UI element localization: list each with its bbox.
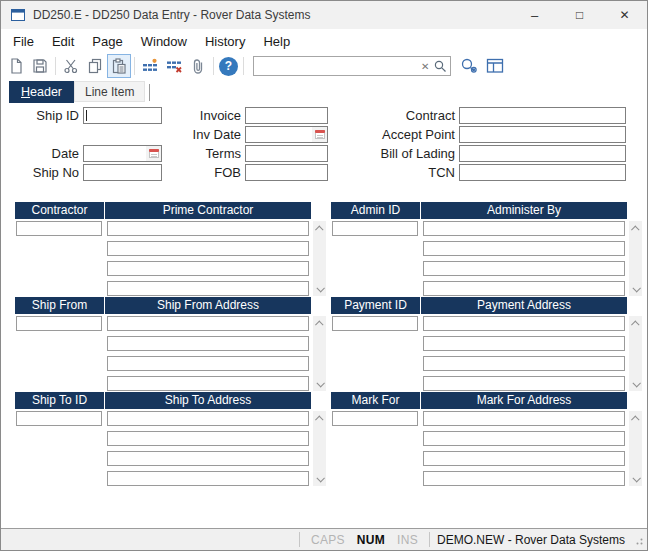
menu-page[interactable]: Page (83, 31, 131, 52)
grid-scrollbar[interactable] (629, 221, 642, 296)
resize-grip[interactable] (633, 535, 643, 545)
contractor-address-cell[interactable] (107, 221, 309, 236)
scroll-up-icon[interactable] (313, 222, 326, 235)
contractor-address-cell[interactable] (107, 261, 309, 276)
help-icon[interactable]: ? (219, 57, 238, 76)
ship-to-id-cell[interactable] (16, 411, 102, 426)
copy-icon[interactable] (83, 54, 107, 78)
admin-address-cell[interactable] (423, 281, 625, 296)
cut-icon[interactable] (59, 54, 83, 78)
paste-icon[interactable] (107, 54, 131, 78)
grid-header-prime-contractor: Prime Contractor (105, 202, 311, 219)
window-title: DD250.E - DD250 Data Entry - Rover Data … (33, 8, 512, 22)
clear-search-icon[interactable]: ✕ (417, 61, 433, 72)
grid-header-admin-id: Admin ID (331, 202, 420, 219)
payment-id-cell[interactable] (332, 316, 418, 331)
delete-rows-icon[interactable] (162, 54, 186, 78)
payment-address-cell[interactable] (423, 376, 625, 391)
scroll-down-icon[interactable] (629, 472, 642, 485)
ship-to-address-cell[interactable] (107, 471, 309, 486)
terms-input[interactable] (245, 145, 328, 162)
grid-ship-to: Ship To ID Ship To Address (15, 392, 327, 487)
accept-point-input[interactable] (459, 126, 626, 143)
ship-from-address-cell[interactable] (107, 316, 309, 331)
scroll-down-icon[interactable] (313, 377, 326, 390)
ship-to-address-cell[interactable] (107, 411, 309, 426)
num-lock-indicator: NUM (357, 533, 385, 547)
search-icon[interactable] (433, 59, 450, 73)
new-document-icon[interactable] (4, 54, 28, 78)
save-icon[interactable] (28, 54, 52, 78)
people-search-icon[interactable] (457, 54, 481, 78)
contract-input[interactable] (459, 107, 626, 124)
grid-payment: Payment ID Payment Address (331, 297, 643, 392)
scroll-down-icon[interactable] (313, 472, 326, 485)
admin-id-cell[interactable] (332, 221, 418, 236)
ship-from-address-cell[interactable] (107, 336, 309, 351)
calendar-button[interactable] (146, 146, 161, 161)
ship-from-address-cell[interactable] (107, 376, 309, 391)
scroll-up-icon[interactable] (629, 317, 642, 330)
ship-to-address-cell[interactable] (107, 451, 309, 466)
mark-for-address-cell[interactable] (423, 431, 625, 446)
admin-address-cell[interactable] (423, 261, 625, 276)
mark-for-address-cell[interactable] (423, 471, 625, 486)
grid-scrollbar[interactable] (313, 411, 326, 486)
toolbar-separator (243, 57, 244, 75)
payment-address-cell[interactable] (423, 356, 625, 371)
mark-for-address-cell[interactable] (423, 411, 625, 426)
grid-header-ship-to-id: Ship To ID (15, 392, 104, 409)
attachment-icon[interactable] (186, 54, 210, 78)
date-label: Date (7, 146, 79, 161)
ship-id-input[interactable] (83, 107, 162, 124)
grid-scrollbar[interactable] (313, 316, 326, 391)
scroll-up-icon[interactable] (313, 412, 326, 425)
menu-window[interactable]: Window (132, 31, 196, 52)
ship-from-id-cell[interactable] (16, 316, 102, 331)
insert-rows-icon[interactable] (138, 54, 162, 78)
search-input[interactable] (254, 58, 417, 74)
scroll-up-icon[interactable] (629, 412, 642, 425)
tab-line-item[interactable]: Line Item (74, 81, 145, 102)
grid-scrollbar[interactable] (629, 411, 642, 486)
contractor-address-cell[interactable] (107, 281, 309, 296)
menu-history[interactable]: History (196, 31, 254, 52)
grid-scrollbar[interactable] (629, 316, 642, 391)
mark-for-address-cell[interactable] (423, 451, 625, 466)
menu-edit[interactable]: Edit (43, 31, 83, 52)
mark-for-id-cell[interactable] (332, 411, 418, 426)
invoice-input[interactable] (245, 107, 328, 124)
bill-of-lading-input[interactable] (459, 145, 626, 162)
menu-help[interactable]: Help (254, 31, 299, 52)
tab-header[interactable]: Header (9, 81, 74, 103)
grid-header-administer-by: Administer By (421, 202, 627, 219)
fob-input[interactable] (245, 164, 328, 181)
calendar-button[interactable] (312, 127, 327, 142)
menu-file[interactable]: File (4, 31, 43, 52)
payment-address-cell[interactable] (423, 336, 625, 351)
tcn-input[interactable] (459, 164, 626, 181)
scroll-up-icon[interactable] (629, 222, 642, 235)
payment-address-cell[interactable] (423, 316, 625, 331)
scroll-down-icon[interactable] (629, 377, 642, 390)
text-caret (86, 110, 87, 121)
scroll-down-icon[interactable] (629, 282, 642, 295)
field-invoice: Invoice (161, 107, 328, 124)
admin-address-cell[interactable] (423, 241, 625, 256)
contractor-address-cell[interactable] (107, 241, 309, 256)
scroll-up-icon[interactable] (313, 317, 326, 330)
grid-header-ship-from-address: Ship From Address (105, 297, 311, 314)
field-fob: FOB (161, 164, 328, 181)
scroll-down-icon[interactable] (313, 282, 326, 295)
grid-ship-from: Ship From Ship From Address (15, 297, 327, 392)
ship-from-address-cell[interactable] (107, 356, 309, 371)
close-button[interactable]: ✕ (602, 1, 647, 29)
grid-scrollbar[interactable] (313, 221, 326, 296)
contractor-id-cell[interactable] (16, 221, 102, 236)
window-layout-icon[interactable] (483, 54, 507, 78)
admin-address-cell[interactable] (423, 221, 625, 236)
ship-no-input[interactable] (83, 164, 162, 181)
ship-to-address-cell[interactable] (107, 431, 309, 446)
maximize-button[interactable]: □ (557, 1, 602, 29)
minimize-button[interactable]: – (512, 1, 557, 29)
